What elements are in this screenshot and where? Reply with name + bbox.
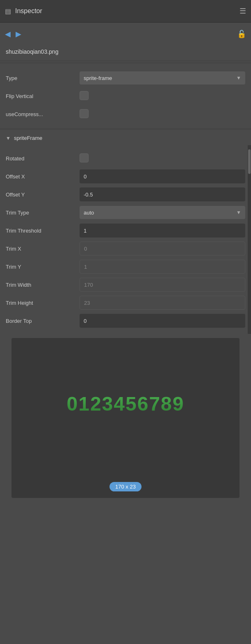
border-top-label: Border Top xyxy=(6,318,80,324)
sprite-frame-section: Rotated Offset X Offset Y Trim Type auto… xyxy=(0,145,251,334)
rotated-row: Rotated xyxy=(6,149,245,167)
border-top-row: Border Top xyxy=(6,312,245,330)
inspector-panel-icon: ▤ xyxy=(5,7,11,15)
trim-height-input[interactable] xyxy=(80,296,245,310)
trim-x-control xyxy=(80,242,245,256)
preview-size-badge: 170 x 23 xyxy=(110,482,141,491)
trim-width-row: Trim Width xyxy=(6,276,245,294)
trim-x-label: Trim X xyxy=(6,246,80,252)
use-compress-control xyxy=(80,109,245,119)
trim-width-control xyxy=(80,278,245,292)
sprite-frame-title: spriteFrame xyxy=(14,135,42,141)
scrollbar[interactable] xyxy=(248,145,251,334)
offset-x-control xyxy=(80,169,245,183)
offset-y-input[interactable] xyxy=(80,187,245,201)
trim-x-input[interactable] xyxy=(80,242,245,256)
offset-x-input[interactable] xyxy=(80,169,245,183)
trim-threshold-input[interactable] xyxy=(80,224,245,238)
trim-y-input[interactable] xyxy=(80,260,245,274)
type-label: Type xyxy=(6,75,80,81)
rotated-checkbox[interactable] xyxy=(80,153,89,162)
rotated-control xyxy=(80,153,245,164)
use-compress-row: useCompress... xyxy=(6,105,245,123)
back-arrow-icon[interactable]: ◀ xyxy=(5,30,11,39)
type-property-row: Type sprite-frame ▼ xyxy=(6,69,245,87)
trim-width-label: Trim Width xyxy=(6,282,80,288)
lock-icon[interactable]: 🔓 xyxy=(237,30,246,39)
trim-height-label: Trim Height xyxy=(6,300,80,306)
use-compress-checkbox[interactable] xyxy=(80,109,89,118)
type-dropdown[interactable]: sprite-frame ▼ xyxy=(80,71,245,84)
flip-vertical-row: Flip Vertical xyxy=(6,87,245,105)
offset-y-row: Offset Y xyxy=(6,185,245,203)
trim-height-row: Trim Height xyxy=(6,294,245,312)
section-collapse-icon: ▼ xyxy=(6,135,11,141)
offset-y-label: Offset Y xyxy=(6,192,80,198)
use-compress-label: useCompress... xyxy=(6,111,80,117)
type-section: Type sprite-frame ▼ Flip Vertical useCom… xyxy=(0,65,251,127)
scrollbar-thumb xyxy=(248,149,251,174)
trim-type-dropdown[interactable]: auto ▼ xyxy=(80,206,245,219)
border-top-control xyxy=(80,314,245,328)
flip-vertical-checkbox[interactable] xyxy=(80,91,89,100)
type-control: sprite-frame ▼ xyxy=(80,71,245,84)
trim-x-row: Trim X xyxy=(6,240,245,258)
offset-x-label: Offset X xyxy=(6,174,80,180)
header-title: Inspector xyxy=(15,7,240,15)
preview-section: 0123456789 170 x 23 xyxy=(0,334,251,506)
trim-y-label: Trim Y xyxy=(6,264,80,270)
trim-type-row: Trim Type auto ▼ xyxy=(6,203,245,222)
trim-threshold-row: Trim Threshold xyxy=(6,222,245,240)
trim-threshold-control xyxy=(80,224,245,238)
trim-type-value: auto xyxy=(84,210,94,216)
nav-arrows: ◀ ▶ xyxy=(5,30,21,39)
offset-x-row: Offset X xyxy=(6,167,245,185)
trim-type-arrow-icon: ▼ xyxy=(236,210,241,215)
preview-area: 0123456789 170 x 23 xyxy=(11,338,240,498)
header: ▤ Inspector ☰ xyxy=(0,0,251,23)
nav-row: ◀ ▶ 🔓 xyxy=(0,23,251,45)
menu-icon[interactable]: ☰ xyxy=(240,7,246,16)
forward-arrow-icon[interactable]: ▶ xyxy=(16,30,21,39)
trim-type-label: Trim Type xyxy=(6,210,80,216)
offset-y-control xyxy=(80,187,245,201)
trim-y-control xyxy=(80,260,245,274)
flip-vertical-label: Flip Vertical xyxy=(6,93,80,99)
trim-y-row: Trim Y xyxy=(6,258,245,276)
sprite-frame-section-header[interactable]: ▼ spriteFrame xyxy=(0,131,251,145)
trim-width-input[interactable] xyxy=(80,278,245,292)
trim-type-control: auto ▼ xyxy=(80,206,245,219)
trim-threshold-label: Trim Threshold xyxy=(6,228,80,234)
border-top-input[interactable] xyxy=(80,314,245,328)
filename-label: shuzibiaoqian03.png xyxy=(6,48,58,55)
rotated-label: Rotated xyxy=(6,155,80,162)
flip-vertical-control xyxy=(80,91,245,101)
filename-row: shuzibiaoqian03.png xyxy=(0,45,251,61)
trim-height-control xyxy=(80,296,245,310)
preview-image-text: 0123456789 xyxy=(67,393,185,415)
dropdown-arrow-icon: ▼ xyxy=(236,75,241,81)
type-dropdown-value: sprite-frame xyxy=(84,75,112,81)
